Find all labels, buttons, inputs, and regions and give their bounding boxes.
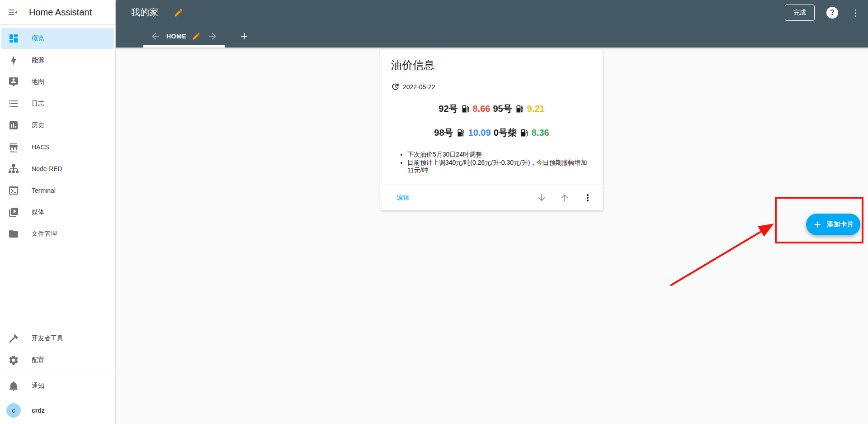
- card-edit-footer: 编辑: [380, 185, 603, 210]
- sidebar-item-label: 文件管理: [32, 230, 57, 238]
- header-actions: 完成 ? ⋮: [785, 5, 861, 21]
- sidebar-item-notifications[interactable]: 通知: [0, 375, 115, 397]
- tab-bar: HOME: [116, 25, 868, 48]
- price-line-2: 98号 10.09 0号柴 8.36: [391, 127, 592, 139]
- tab-label: HOME: [166, 33, 186, 40]
- folder-icon: [8, 229, 19, 239]
- sidebar-item-logbook[interactable]: 日志: [0, 93, 115, 114]
- move-card-down-button[interactable]: [536, 192, 547, 203]
- help-button[interactable]: ?: [826, 7, 838, 19]
- fuel-pump-icon: [461, 104, 470, 114]
- fuel-price-value: 8.66: [473, 104, 491, 114]
- arrow-up-icon: [559, 192, 570, 203]
- sidebar: Home Assistant 概览 能源 地图: [0, 0, 116, 424]
- sidebar-item-label: 历史: [32, 121, 44, 129]
- note-item: 下次油价5月30日24时调整: [407, 151, 592, 158]
- sidebar-item-profile[interactable]: c crdz: [0, 400, 115, 421]
- fuel-price-value: 9.21: [527, 104, 545, 114]
- move-view-left-button[interactable]: [150, 31, 161, 42]
- fuel-grade-label: 95号: [493, 103, 512, 115]
- map-account-icon: [8, 76, 19, 87]
- add-card-fab[interactable]: 添加卡片: [806, 214, 860, 235]
- dashboard-content: 油价信息 2022-05-22 92号 8.66 95号: [116, 48, 868, 424]
- sidebar-item-terminal[interactable]: Terminal: [0, 180, 115, 201]
- oil-price-notes: 下次油价5月30日24时调整 目前预计上调340元/吨(0.26元/升-0.30…: [400, 151, 592, 174]
- card-footer-actions: [536, 192, 593, 203]
- sidebar-item-settings[interactable]: 配置: [0, 349, 115, 371]
- sidebar-item-map[interactable]: 地图: [0, 71, 115, 93]
- card-edit-button[interactable]: 编辑: [396, 194, 409, 202]
- sidebar-item-label: 配置: [32, 356, 44, 364]
- sidebar-item-label: Node-RED: [32, 165, 62, 172]
- sidebar-item-hacs[interactable]: HACS HACS: [0, 136, 115, 158]
- fuel-price-value: 10.09: [468, 128, 491, 138]
- header-menu-button[interactable]: ⋮: [850, 8, 861, 17]
- note-item: 目前预计上调340元/吨(0.26元/升-0.30元/升)，今日预期涨幅增加11…: [407, 159, 592, 174]
- fuel-pump-icon: [515, 104, 524, 114]
- notifications-label: 通知: [32, 382, 44, 390]
- user-name: crdz: [32, 407, 45, 414]
- add-view-button[interactable]: [239, 31, 250, 42]
- sidebar-nav: 概览 能源 地图 日志: [0, 25, 115, 245]
- header-row: 我的家 完成 ? ⋮: [116, 0, 868, 25]
- oil-price-card: 油价信息 2022-05-22 92号 8.66 95号: [380, 50, 603, 210]
- fuel-pump-icon: [519, 128, 529, 138]
- active-tab-indicator: [143, 45, 225, 48]
- bell-icon: [8, 381, 19, 391]
- sidebar-item-label: HACS: [32, 143, 49, 151]
- hacs-store-icon: HACS: [8, 142, 19, 152]
- move-view-right-button[interactable]: [207, 31, 218, 42]
- sidebar-item-node-red[interactable]: Node-RED: [0, 158, 115, 180]
- home-assistant-app: Home Assistant 概览 能源 地图: [0, 0, 868, 424]
- gear-icon: [8, 355, 19, 366]
- edit-title-button[interactable]: [174, 7, 184, 18]
- sidebar-item-developer-tools[interactable]: 开发者工具: [0, 328, 115, 349]
- sidebar-item-file-manager[interactable]: 文件管理: [0, 223, 115, 245]
- update-icon: [391, 82, 400, 91]
- sidebar-item-energy[interactable]: 能源: [0, 49, 115, 71]
- arrow-down-icon: [536, 192, 547, 203]
- add-card-label: 添加卡片: [827, 220, 854, 229]
- sitemap-icon: [8, 163, 19, 174]
- chart-box-icon: [8, 120, 19, 131]
- price-line-1: 92号 8.66 95号 9.21: [391, 103, 592, 115]
- card-body: 油价信息 2022-05-22 92号 8.66 95号: [380, 50, 603, 185]
- fuel-pump-icon: [456, 128, 466, 138]
- view-dashboard-icon: [8, 33, 19, 44]
- user-avatar: c: [6, 403, 21, 418]
- pencil-icon: [192, 32, 201, 41]
- sidebar-item-label: 地图: [32, 78, 44, 86]
- card-title: 油价信息: [391, 58, 592, 72]
- fuel-grade-label: 98号: [434, 127, 453, 139]
- play-box-icon: [8, 207, 19, 218]
- tab-home[interactable]: HOME: [143, 25, 225, 48]
- done-button[interactable]: 完成: [785, 5, 815, 21]
- pencil-icon: [174, 8, 184, 18]
- sidebar-item-label: 日志: [32, 100, 44, 108]
- sidebar-item-label: 媒体: [32, 208, 44, 216]
- plus-icon: [239, 31, 250, 42]
- kebab-icon: [582, 192, 593, 203]
- hammer-icon: [8, 333, 19, 344]
- svg-text:HACS: HACS: [10, 150, 17, 153]
- fuel-price-value: 8.36: [532, 128, 549, 138]
- card-date: 2022-05-22: [403, 83, 435, 91]
- help-icon: ?: [830, 9, 835, 17]
- edit-view-button[interactable]: [192, 31, 202, 41]
- list-bulleted-icon: [8, 98, 19, 109]
- card-date-row: 2022-05-22: [391, 82, 592, 91]
- console-icon: [8, 185, 19, 196]
- dashboard-title: 我的家: [131, 6, 158, 19]
- sidebar-item-label: Terminal: [32, 187, 56, 194]
- sidebar-item-media[interactable]: 媒体: [0, 201, 115, 223]
- fuel-grade-label: 92号: [439, 103, 458, 115]
- sidebar-item-history[interactable]: 历史: [0, 114, 115, 136]
- fuel-grade-label: 0号柴: [494, 127, 517, 139]
- main-area: 我的家 完成 ? ⋮: [116, 0, 868, 424]
- move-card-up-button[interactable]: [559, 192, 570, 203]
- sidebar-item-overview[interactable]: 概览: [1, 28, 114, 49]
- sidebar-toggle-button[interactable]: [6, 6, 19, 19]
- card-options-button[interactable]: [582, 192, 593, 203]
- sidebar-item-label: 概览: [32, 34, 44, 43]
- edit-mode-header: 我的家 完成 ? ⋮: [116, 0, 868, 48]
